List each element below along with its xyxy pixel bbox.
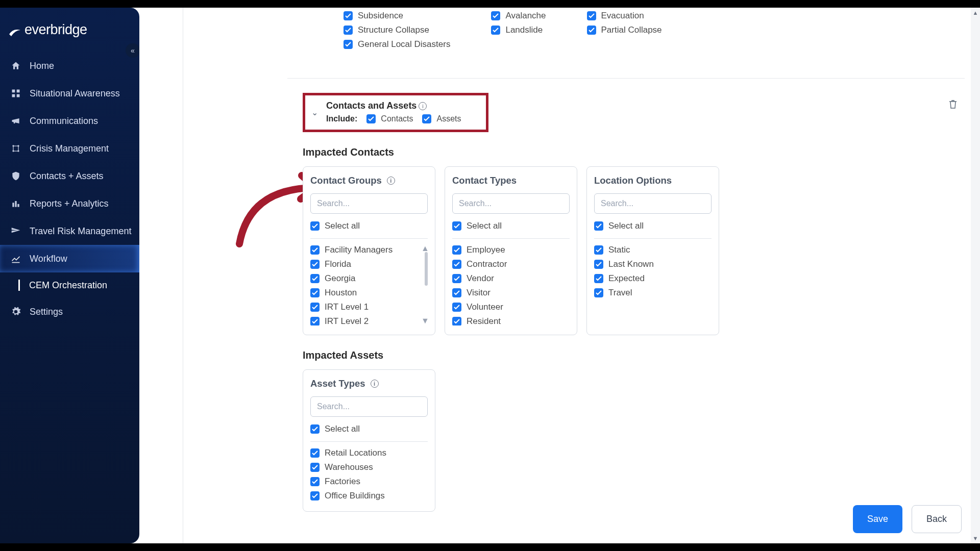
delete-section-button[interactable] <box>948 99 958 111</box>
checkbox-icon <box>452 303 461 312</box>
sidebar-subitem-cem[interactable]: CEM Orchestration <box>0 272 139 298</box>
checkbox-row[interactable]: Factories <box>310 475 428 488</box>
scrollbar[interactable]: ▲ ▼ <box>422 244 428 325</box>
collapse-sidebar-button[interactable]: « <box>126 43 140 58</box>
checkbox-icon <box>452 245 461 255</box>
scroll-thumb[interactable] <box>425 252 428 286</box>
checkbox-row[interactable]: Office Buildings <box>310 490 428 502</box>
checkbox-row[interactable]: Facility Managers <box>310 244 418 256</box>
checkbox-label: Structure Collapse <box>358 25 429 35</box>
include-contacts-checkbox[interactable]: Contacts <box>366 113 413 124</box>
asset-types-search[interactable] <box>310 396 428 417</box>
gear-icon <box>10 306 21 317</box>
checkbox-label: Contacts <box>381 114 413 123</box>
checkbox-row[interactable]: Visitor <box>452 287 570 299</box>
page-scrollbar[interactable]: ▲ ▼ <box>971 8 980 543</box>
main-content: Subsidence Structure Collapse General Lo… <box>139 8 980 543</box>
checkbox-icon <box>310 221 320 231</box>
checkbox-row[interactable]: Retail Locations <box>310 447 428 459</box>
checkbox-label: Subsidence <box>358 11 403 21</box>
svg-rect-0 <box>12 90 15 93</box>
scroll-down-icon: ▼ <box>971 535 980 541</box>
checkbox-label: Contractor <box>467 259 507 269</box>
checkbox-row[interactable]: Contractor <box>452 258 570 270</box>
select-all-label: Select all <box>325 424 360 434</box>
include-assets-checkbox[interactable]: Assets <box>422 113 461 124</box>
checkbox-row[interactable]: Warehouses <box>310 461 428 473</box>
checkbox-label: Florida <box>325 259 351 269</box>
checkbox-row[interactable]: Partial Collapse <box>587 24 662 36</box>
select-all-row[interactable]: Select all <box>310 221 428 239</box>
svg-rect-10 <box>17 204 19 207</box>
checkbox-row[interactable]: General Local Disasters <box>344 38 450 51</box>
info-icon[interactable]: i <box>371 380 379 388</box>
sidebar-item-reports[interactable]: Reports + Analytics <box>0 190 139 217</box>
checkbox-row[interactable]: IRT Level 1 <box>310 301 418 313</box>
checkbox-row[interactable]: Last Known <box>594 258 712 270</box>
checkbox-icon <box>310 424 320 434</box>
checkbox-icon <box>594 288 603 297</box>
checkbox-row[interactable]: Georgia <box>310 272 418 285</box>
checkbox-icon <box>310 288 320 297</box>
checkbox-row[interactable]: Structure Collapse <box>344 24 450 36</box>
location-options-search[interactable] <box>594 193 712 214</box>
checkbox-row[interactable]: Florida <box>310 258 418 270</box>
select-all-label: Select all <box>467 221 502 231</box>
select-all-row[interactable]: Select all <box>452 221 570 239</box>
checkbox-label: Visitor <box>467 288 491 298</box>
sidebar-item-label: Settings <box>30 307 63 317</box>
sidebar-item-crisis[interactable]: Crisis Management <box>0 135 139 162</box>
shield-icon <box>10 170 21 182</box>
back-button[interactable]: Back <box>912 505 962 533</box>
info-icon[interactable]: i <box>419 102 427 110</box>
active-indicator <box>18 280 20 291</box>
checkbox-label: Office Buildings <box>325 491 385 501</box>
contact-types-panel: Contact Types Select all Employee Contra… <box>445 166 577 335</box>
checkbox-row[interactable]: IRT Level 2 <box>310 315 418 325</box>
risk-col-2: Avalanche Landslide <box>491 10 546 51</box>
contact-types-search[interactable] <box>452 193 570 214</box>
select-all-row[interactable]: Select all <box>310 424 428 442</box>
svg-rect-1 <box>17 90 20 93</box>
checkbox-row[interactable]: Volunteer <box>452 301 570 313</box>
asset-types-panel: Asset Typesi Select all Retail Locations… <box>303 369 435 512</box>
contacts-assets-section-header[interactable]: ⌄ Contacts and Assets i Include: Contact… <box>303 93 488 132</box>
checkbox-icon <box>491 11 500 20</box>
sidebar-item-situational[interactable]: Situational Awareness <box>0 80 139 107</box>
sidebar-item-workflow[interactable]: Workflow <box>0 245 139 272</box>
checkbox-icon <box>310 477 320 486</box>
select-all-row[interactable]: Select all <box>594 221 712 239</box>
sidebar-item-label: Contacts + Assets <box>30 171 104 182</box>
checkbox-row[interactable]: Resident <box>452 315 570 325</box>
checkbox-row[interactable]: Expected <box>594 272 712 285</box>
checkbox-label: Assets <box>436 114 461 123</box>
workflow-icon <box>10 253 21 264</box>
checkbox-row[interactable]: Static <box>594 244 712 256</box>
checkbox-row[interactable]: Travel <box>594 287 712 299</box>
select-all-label: Select all <box>325 221 360 231</box>
network-icon <box>10 143 21 154</box>
checkbox-row[interactable]: Evacuation <box>587 10 662 22</box>
info-icon[interactable]: i <box>387 177 395 185</box>
checkbox-label: Travel <box>608 288 632 298</box>
checkbox-label: Avalanche <box>505 11 546 21</box>
contact-groups-search[interactable] <box>310 193 428 214</box>
sidebar-item-contacts[interactable]: Contacts + Assets <box>0 162 139 190</box>
sidebar-item-settings[interactable]: Settings <box>0 298 139 325</box>
checkbox-row[interactable]: Houston <box>310 287 418 299</box>
checkbox-row[interactable]: Avalanche <box>491 10 546 22</box>
checkbox-row[interactable]: Vendor <box>452 272 570 285</box>
checkbox-row[interactable]: Subsidence <box>344 10 450 22</box>
save-button[interactable]: Save <box>853 505 902 533</box>
checkbox-row[interactable]: Landslide <box>491 24 546 36</box>
checkbox-label: Retail Locations <box>325 448 386 458</box>
checkbox-icon <box>594 221 603 231</box>
checkbox-icon <box>594 274 603 283</box>
sidebar-item-communications[interactable]: Communications <box>0 107 139 135</box>
dashboard-icon <box>10 88 21 99</box>
checkbox-label: Employee <box>467 245 505 255</box>
sidebar-item-travel[interactable]: Travel Risk Management <box>0 217 139 245</box>
checkbox-row[interactable]: Employee <box>452 244 570 256</box>
sidebar-item-label: CEM Orchestration <box>29 280 107 291</box>
sidebar-item-home[interactable]: Home <box>0 52 139 80</box>
